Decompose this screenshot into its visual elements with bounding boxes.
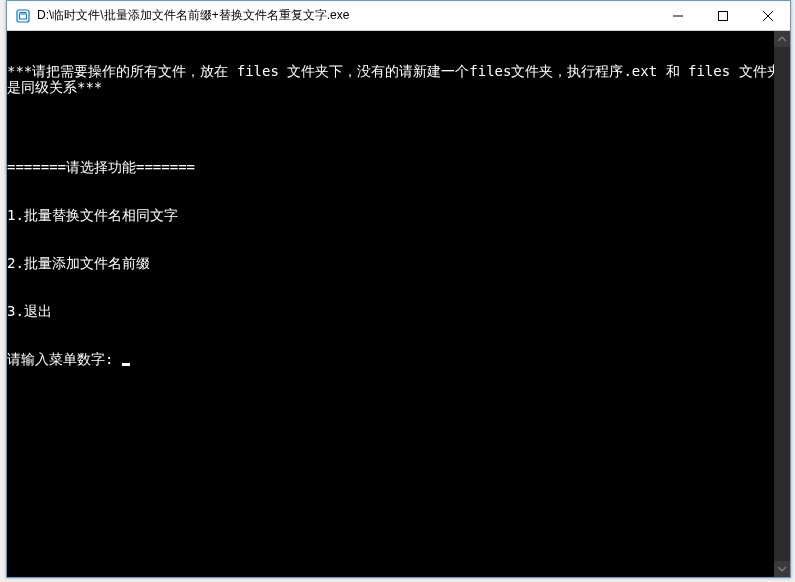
scroll-up-button[interactable] xyxy=(774,31,790,47)
app-window: D:\临时文件\批量添加文件名前缀+替换文件名重复文字.exe ***请把需要操… xyxy=(6,0,791,578)
titlebar: D:\临时文件\批量添加文件名前缀+替换文件名重复文字.exe xyxy=(7,1,790,31)
scroll-down-button[interactable] xyxy=(774,561,790,577)
svg-rect-4 xyxy=(718,11,727,20)
terminal-line: ***请把需要操作的所有文件，放在 files 文件夹下，没有的请新建一个fil… xyxy=(7,63,790,95)
window-title: D:\临时文件\批量添加文件名前缀+替换文件名重复文字.exe xyxy=(37,7,655,24)
terminal-line: =======请选择功能======= xyxy=(7,159,790,175)
svg-rect-1 xyxy=(20,14,27,19)
chevron-down-icon xyxy=(778,565,786,573)
terminal-area[interactable]: ***请把需要操作的所有文件，放在 files 文件夹下，没有的请新建一个fil… xyxy=(7,31,790,577)
chevron-up-icon xyxy=(778,35,786,43)
prompt-text: 请输入菜单数字: xyxy=(7,351,122,367)
vertical-scrollbar[interactable] xyxy=(774,31,790,577)
svg-rect-0 xyxy=(17,10,29,22)
terminal-line: 2.批量添加文件名前缀 xyxy=(7,255,790,271)
minimize-button[interactable] xyxy=(655,1,700,30)
close-icon xyxy=(763,11,773,21)
terminal-prompt: 请输入菜单数字: xyxy=(7,351,790,367)
terminal-line: 1.批量替换文件名相同文字 xyxy=(7,207,790,223)
cursor-icon xyxy=(122,363,130,366)
app-icon xyxy=(15,8,31,24)
terminal-line: 3.退出 xyxy=(7,303,790,319)
maximize-icon xyxy=(718,11,728,21)
minimize-icon xyxy=(673,11,683,21)
maximize-button[interactable] xyxy=(700,1,745,30)
close-button[interactable] xyxy=(745,1,790,30)
window-controls xyxy=(655,1,790,30)
